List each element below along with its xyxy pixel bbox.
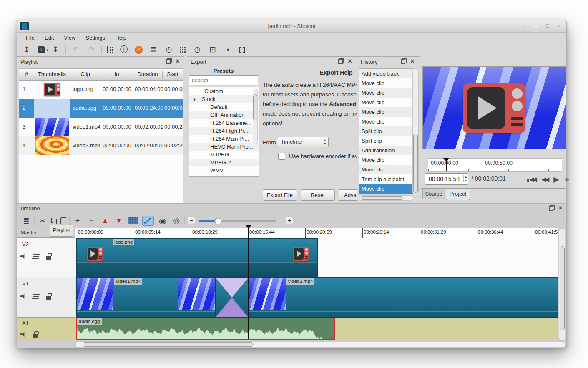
save-icon[interactable]: ↧ [51, 45, 60, 55]
col-clip[interactable]: Clip [70, 71, 101, 80]
col-duration[interactable]: Duration [133, 71, 163, 80]
lock-icon[interactable] [46, 296, 51, 300]
close-panel-icon[interactable]: × [175, 58, 181, 64]
playlist-row-video1[interactable]: 3 video1.mp4 00:00:00:00 00:02:00:01 00:… [19, 118, 183, 136]
play-icon[interactable]: ▶ [553, 175, 559, 184]
history-toggle-icon[interactable]: ◷ [164, 45, 173, 55]
cut-icon[interactable]: ✂ [38, 217, 48, 225]
properties-icon[interactable]: ⓘ [119, 45, 128, 55]
export-file-button[interactable]: Export File [263, 189, 297, 201]
preset-stock-group[interactable]: ▼Stock [189, 95, 259, 103]
tab-project[interactable]: Project [446, 189, 470, 200]
paste-icon[interactable] [60, 217, 66, 224]
transition-clip[interactable] [215, 277, 249, 318]
history-item[interactable]: Move clip [359, 117, 413, 126]
col-number[interactable]: # [19, 71, 34, 80]
hide-icon[interactable] [32, 294, 40, 299]
menu-help[interactable]: Help [111, 33, 131, 42]
lift-icon[interactable]: ▲ [100, 217, 110, 224]
preset-mpeg2[interactable]: MPEG-2 [189, 159, 259, 166]
undo-icon[interactable]: ↶ [71, 45, 80, 55]
maximize-icon[interactable]: □ [544, 22, 551, 30]
preset-vscrollbar[interactable] [253, 89, 258, 144]
track-a1[interactable]: audio.ogg [75, 318, 558, 340]
history-hscrollbar[interactable] [359, 195, 413, 201]
history-vscrollbar[interactable] [412, 68, 419, 194]
close-panel-icon[interactable]: × [410, 58, 415, 64]
rewind-icon[interactable]: ◀◀ [541, 176, 548, 183]
history-item[interactable]: Add video track [359, 69, 413, 78]
player-more-icon[interactable]: » [565, 175, 569, 184]
snap-toggle-active[interactable] [142, 216, 154, 226]
preset-h264-high[interactable]: H.264 High Pr... [189, 127, 259, 135]
history-item[interactable]: Trim clip out point [359, 174, 413, 184]
track-v2[interactable]: logo.png [75, 238, 558, 277]
history-item[interactable]: Move clip [359, 155, 413, 165]
col-start[interactable]: Start [163, 71, 183, 80]
zoom-slider-handle[interactable] [215, 218, 221, 224]
track-head-a1[interactable]: A1 [17, 318, 75, 340]
timeline-vscrollbar[interactable] [559, 228, 565, 341]
history-item[interactable]: Move clip [359, 78, 413, 88]
ripple-all-tracks-icon[interactable]: ◎ [171, 216, 181, 225]
zoom-out-button[interactable]: − [188, 217, 195, 224]
preset-gif[interactable]: GIF Animation [189, 111, 259, 119]
preset-list[interactable]: Custom ▼Stock Default GIF Animation H.26… [189, 87, 259, 177]
menu-file[interactable]: File [21, 33, 39, 42]
copy-icon[interactable] [51, 218, 57, 224]
menu-edit[interactable]: Edit [40, 33, 58, 42]
preset-search-input[interactable] [189, 75, 258, 85]
tab-playlist[interactable]: Playlist [50, 225, 73, 237]
history-item[interactable]: Add transition [359, 146, 413, 155]
fullscreen-icon[interactable] [239, 47, 245, 53]
float-panel-icon[interactable] [549, 205, 555, 211]
player-scrubber[interactable]: 00:00:00:00 00:00:50:00 [428, 158, 562, 172]
redo-icon[interactable]: ↷ [87, 45, 96, 55]
mute-icon[interactable] [20, 332, 26, 337]
lock-icon[interactable] [33, 334, 38, 338]
timeline-playhead[interactable] [246, 225, 251, 229]
overwrite-icon[interactable]: ▼ [114, 217, 124, 224]
mute-icon[interactable] [20, 254, 26, 259]
player-playhead[interactable] [443, 158, 449, 162]
menu-view[interactable]: View [59, 33, 80, 42]
track-v1[interactable]: video1.mp4 video1.mp4 [75, 277, 558, 318]
playlist-row-video2[interactable]: 4 video2.mp4 00:00:00:00 00:02:00:01 00:… [19, 136, 183, 155]
track-head-v1[interactable]: V1 [17, 277, 75, 318]
float-panel-icon[interactable] [401, 58, 407, 64]
playlist-row-audio-selected[interactable]: 2 audio.ogg 00:00:00:00 00:00:24:00 00:0… [19, 99, 183, 118]
hw-encoder-checkbox[interactable] [278, 153, 285, 160]
col-in[interactable]: In [101, 71, 133, 80]
playlist-row-logo[interactable]: 1 logo.png 00:00:00:00 00:00:04:00 00:00… [19, 80, 183, 99]
close-panel-icon[interactable]: × [347, 58, 353, 64]
float-panel-icon[interactable] [338, 58, 344, 64]
preset-h264-main[interactable]: H.264 Main Pr... [189, 135, 259, 143]
preset-hevc-main[interactable]: HEVC Main Pro... [189, 143, 259, 151]
zoom-slider[interactable] [199, 217, 276, 224]
preset-custom[interactable]: Custom [189, 87, 259, 95]
preset-h264-baseline[interactable]: H.264 Baseline... [189, 119, 259, 127]
lock-icon[interactable] [46, 256, 51, 260]
timeline-menu-icon[interactable]: ≣ [21, 216, 31, 225]
preset-default[interactable]: Default [189, 103, 259, 111]
history-item[interactable]: Split clip [359, 126, 413, 136]
menu-settings[interactable]: Settings [81, 33, 110, 42]
history-item-selected[interactable]: Move clip [359, 184, 413, 194]
timeline-hscrollbar[interactable] [75, 341, 565, 348]
scrub-while-dragging-icon[interactable]: ◉ [156, 217, 169, 225]
export-toggle-icon[interactable]: ⊡ [208, 45, 217, 55]
marker-icon[interactable] [128, 217, 138, 224]
minimize-icon[interactable]: – [532, 22, 540, 30]
float-panel-icon[interactable] [166, 58, 172, 64]
track-head-v2[interactable]: V2 [17, 238, 75, 277]
skip-start-icon[interactable]: ▮◀◀ [527, 176, 535, 183]
video-preview[interactable] [422, 66, 566, 149]
clip-video1-b[interactable]: video1.mp4 [249, 277, 558, 318]
from-combobox[interactable]: Timeline ▴▾ [277, 137, 329, 147]
filters-icon[interactable] [180, 47, 186, 53]
open-file-icon[interactable]: ↥ [22, 45, 31, 55]
peak-meter-icon[interactable] [107, 46, 113, 53]
clip-audio-selected[interactable]: audio.ogg [76, 318, 335, 340]
open-other-button[interactable]: +▾ [38, 46, 45, 53]
advanced-button[interactable]: Adva [339, 189, 358, 201]
